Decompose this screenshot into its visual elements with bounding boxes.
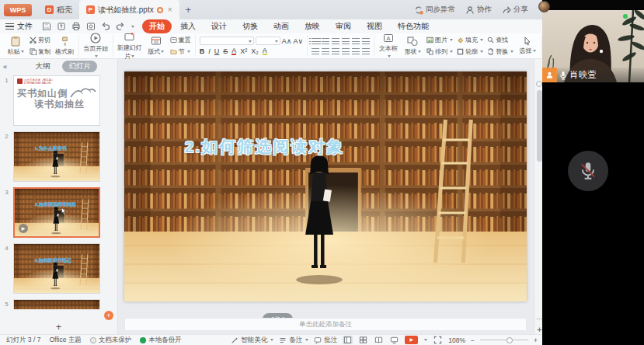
tab-review[interactable]: 审阅 bbox=[329, 19, 358, 33]
print-preview-icon[interactable] bbox=[86, 22, 96, 31]
local-backup-status[interactable]: 本地备份开 bbox=[140, 336, 182, 345]
tab-insert[interactable]: 插入 bbox=[173, 19, 203, 33]
redo-icon[interactable] bbox=[116, 22, 125, 31]
cut-button[interactable]: 剪切 bbox=[30, 36, 50, 44]
slide-sorter-view-button[interactable] bbox=[358, 336, 368, 344]
decrease-indent-icon[interactable] bbox=[332, 38, 339, 44]
zoom-slider-knob[interactable] bbox=[506, 337, 513, 343]
select-button[interactable]: 选择 bbox=[517, 37, 538, 55]
distribute-icon[interactable] bbox=[352, 48, 360, 54]
tab-docer[interactable]: D 稻壳 bbox=[38, 0, 79, 19]
zoom-slider[interactable] bbox=[480, 340, 528, 340]
tab-home[interactable]: 开始 bbox=[142, 19, 172, 33]
paste-button[interactable]: 粘贴 bbox=[5, 36, 26, 56]
wps-logo[interactable]: WPS bbox=[4, 4, 32, 16]
grow-font-button[interactable]: A∧ bbox=[282, 37, 292, 45]
layout-button[interactable]: 版式 bbox=[146, 36, 166, 56]
print-icon[interactable] bbox=[71, 22, 81, 31]
current-slide[interactable]: 2.如何筛选阅读对象 bbox=[124, 71, 527, 301]
slide-thumbnail-1[interactable]: 山大文学沙龙（第11期）LITERATURE SALON 买书如山倒 读书如抽丝 bbox=[13, 75, 100, 126]
zoom-in-button[interactable]: + bbox=[534, 336, 538, 344]
bullets-icon[interactable] bbox=[312, 38, 319, 44]
tab-view[interactable]: 视图 bbox=[360, 19, 389, 33]
notes-input[interactable]: 单击此处添加备注 bbox=[124, 318, 527, 331]
tab-close-button[interactable]: × bbox=[168, 5, 172, 14]
fullscreen-button[interactable] bbox=[433, 336, 443, 344]
zoom-out-button[interactable]: − bbox=[471, 336, 475, 344]
highlight-button[interactable]: A bbox=[263, 47, 267, 55]
export-icon[interactable] bbox=[57, 22, 66, 31]
strikethrough-button[interactable]: S bbox=[223, 47, 228, 55]
projection-button[interactable] bbox=[389, 336, 399, 344]
tab-outline[interactable]: 大纲 bbox=[29, 61, 56, 72]
tab-special-features[interactable]: 特色功能 bbox=[391, 19, 436, 33]
thumbnail-play-icon[interactable]: ▶ bbox=[19, 224, 28, 233]
slide-thumbnail-4[interactable]: 3.如何做读书笔记 bbox=[13, 243, 100, 294]
copy-button[interactable]: 复制 bbox=[30, 47, 50, 56]
font-name-select[interactable] bbox=[200, 37, 254, 45]
insert-slide-here-button[interactable]: + bbox=[104, 311, 113, 320]
reset-button[interactable]: 重置 bbox=[170, 36, 191, 44]
tab-animations[interactable]: 动画 bbox=[266, 19, 296, 33]
italic-button[interactable]: I bbox=[208, 47, 211, 55]
sync-status-button[interactable]: 同步异常 bbox=[414, 5, 455, 15]
slide-title-text[interactable]: 2.如何筛选阅读对象 bbox=[185, 136, 345, 158]
increase-indent-icon[interactable] bbox=[342, 38, 350, 44]
numbering-icon[interactable] bbox=[322, 38, 329, 44]
slideshow-options-icon[interactable] bbox=[424, 339, 427, 341]
video-tile-camera-off[interactable] bbox=[542, 82, 644, 345]
find-button[interactable]: 查找 bbox=[487, 36, 513, 44]
new-tab-button[interactable]: + bbox=[179, 4, 198, 16]
bold-button[interactable]: B bbox=[200, 47, 205, 55]
smart-beautify-button[interactable]: 智能美化 bbox=[231, 336, 273, 345]
align-left-icon[interactable] bbox=[312, 48, 319, 54]
play-from-current-button[interactable]: 当页开始 bbox=[83, 33, 109, 60]
align-right-icon[interactable] bbox=[332, 48, 339, 54]
new-slide-button[interactable]: 新建幻灯片 bbox=[117, 32, 142, 61]
tab-slideshow[interactable]: 放映 bbox=[298, 19, 327, 33]
hamburger-icon[interactable] bbox=[5, 23, 14, 30]
replace-button[interactable]: 替换 bbox=[487, 47, 513, 56]
slide-thumbnail-2[interactable]: 1.为什么要读书 bbox=[13, 131, 100, 182]
tab-slides[interactable]: 幻灯片 bbox=[62, 61, 97, 72]
fill-button[interactable]: 填充 bbox=[457, 36, 483, 44]
justify-icon[interactable] bbox=[342, 48, 350, 54]
picture-button[interactable]: 图片 bbox=[426, 36, 453, 44]
format-painter-button[interactable]: 格式刷 bbox=[54, 37, 75, 56]
theme-name[interactable]: Office 主题 bbox=[49, 336, 81, 345]
textbox-button[interactable]: 文本框 bbox=[378, 33, 399, 60]
file-menu[interactable]: 文件 bbox=[17, 21, 33, 32]
save-icon[interactable] bbox=[42, 22, 51, 31]
subscript-button[interactable]: X₂ bbox=[251, 47, 259, 55]
section-button[interactable]: 节 bbox=[170, 47, 191, 56]
outline-button[interactable]: 轮廓 bbox=[457, 47, 483, 56]
slideshow-play-button[interactable]: ▶ bbox=[405, 336, 418, 344]
doc-protection-status[interactable]: i 文档未保护 bbox=[90, 336, 132, 345]
video-tile-active[interactable]: 肖映萱 bbox=[542, 10, 644, 82]
collaborate-button[interactable]: 协作 bbox=[465, 5, 492, 15]
scrollbar-thumb[interactable] bbox=[537, 90, 542, 162]
arrange-button[interactable]: 排列 bbox=[426, 47, 453, 56]
superscript-button[interactable]: X² bbox=[240, 47, 247, 55]
reading-view-button[interactable] bbox=[374, 336, 384, 344]
participant-avatar[interactable] bbox=[538, 1, 550, 12]
font-size-select[interactable] bbox=[256, 37, 280, 45]
shrink-font-button[interactable]: A∨ bbox=[293, 37, 303, 45]
slide-thumbnail-3-selected[interactable]: 2.如何筛选阅读对象 ▶ bbox=[13, 187, 100, 238]
notes-button[interactable]: 备注 bbox=[279, 336, 308, 345]
font-color-button[interactable]: A bbox=[231, 47, 236, 55]
slide-thumbnail-5[interactable] bbox=[13, 299, 100, 309]
comments-button[interactable]: 批注 bbox=[314, 336, 337, 345]
tab-transitions[interactable]: 切换 bbox=[235, 19, 265, 33]
shapes-button[interactable]: 形状 bbox=[402, 36, 423, 56]
normal-view-button[interactable] bbox=[343, 336, 353, 344]
add-slide-button[interactable]: + bbox=[0, 321, 117, 334]
underline-button[interactable]: U bbox=[214, 47, 220, 55]
quickbar-more-icon[interactable] bbox=[131, 26, 134, 28]
line-spacing-icon[interactable] bbox=[352, 38, 360, 44]
tab-document[interactable]: P 读书如抽丝.pptx × bbox=[79, 0, 179, 19]
columns-icon[interactable] bbox=[362, 48, 370, 54]
align-center-icon[interactable] bbox=[322, 48, 329, 54]
share-button[interactable]: 分享 bbox=[502, 5, 528, 15]
text-direction-icon[interactable] bbox=[362, 38, 370, 44]
